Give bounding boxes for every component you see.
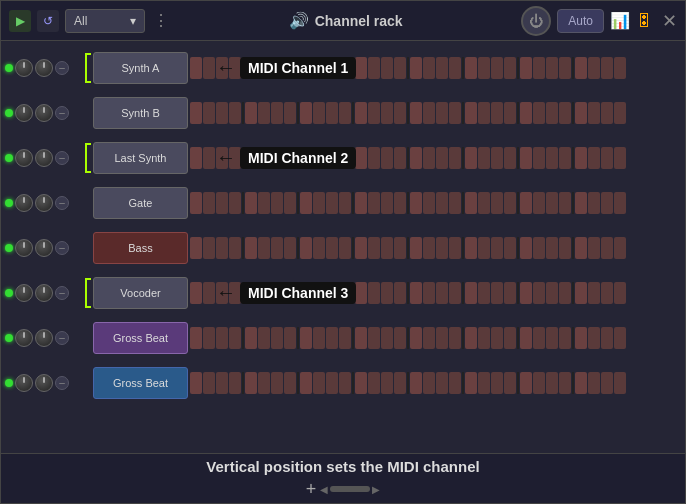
step-cell[interactable] xyxy=(258,282,270,304)
step-cell[interactable] xyxy=(355,102,367,124)
step-cell[interactable] xyxy=(410,147,422,169)
step-cell[interactable] xyxy=(449,282,461,304)
step-cell[interactable] xyxy=(313,102,325,124)
mute-btn-gross-beat-2[interactable]: – xyxy=(55,376,69,390)
mute-btn-bass[interactable]: – xyxy=(55,241,69,255)
add-channel-button[interactable]: + xyxy=(306,479,317,500)
step-cell[interactable] xyxy=(559,327,571,349)
step-cell[interactable] xyxy=(381,192,393,214)
step-cell[interactable] xyxy=(559,372,571,394)
step-cell[interactable] xyxy=(614,327,626,349)
step-cell[interactable] xyxy=(381,282,393,304)
led-last-synth[interactable] xyxy=(5,154,13,162)
bars-icon[interactable]: 📊 xyxy=(610,11,630,30)
step-cell[interactable] xyxy=(190,237,202,259)
step-cell[interactable] xyxy=(326,372,338,394)
step-cell[interactable] xyxy=(491,192,503,214)
led-gross-beat-2[interactable] xyxy=(5,379,13,387)
step-cell[interactable] xyxy=(203,147,215,169)
step-cell[interactable] xyxy=(326,147,338,169)
step-cell[interactable] xyxy=(271,192,283,214)
step-cell[interactable] xyxy=(394,327,406,349)
channel-name-gross-beat-1[interactable]: Gross Beat xyxy=(93,322,188,354)
step-cell[interactable] xyxy=(216,237,228,259)
step-cell[interactable] xyxy=(449,372,461,394)
step-cell[interactable] xyxy=(339,57,351,79)
step-cell[interactable] xyxy=(245,372,257,394)
step-cell[interactable] xyxy=(533,327,545,349)
step-cell[interactable] xyxy=(478,237,490,259)
step-cell[interactable] xyxy=(436,372,448,394)
step-cell[interactable] xyxy=(478,282,490,304)
step-cell[interactable] xyxy=(533,237,545,259)
mute-btn-vocoder[interactable]: – xyxy=(55,286,69,300)
step-cell[interactable] xyxy=(601,57,613,79)
step-cell[interactable] xyxy=(271,237,283,259)
step-cell[interactable] xyxy=(394,282,406,304)
step-cell[interactable] xyxy=(300,102,312,124)
mute-btn-synth-b[interactable]: – xyxy=(55,106,69,120)
step-cell[interactable] xyxy=(300,192,312,214)
channel-name-gate[interactable]: Gate xyxy=(93,187,188,219)
step-cell[interactable] xyxy=(245,147,257,169)
volume-knob-synth-a[interactable] xyxy=(15,59,33,77)
step-cell[interactable] xyxy=(478,192,490,214)
step-cell[interactable] xyxy=(339,192,351,214)
led-gross-beat-1[interactable] xyxy=(5,334,13,342)
led-vocoder[interactable] xyxy=(5,289,13,297)
step-cell[interactable] xyxy=(520,282,532,304)
step-cell[interactable] xyxy=(271,147,283,169)
step-cell[interactable] xyxy=(491,372,503,394)
step-cell[interactable] xyxy=(575,237,587,259)
step-cell[interactable] xyxy=(355,282,367,304)
channel-name-synth-b[interactable]: Synth B xyxy=(93,97,188,129)
step-cell[interactable] xyxy=(588,192,600,214)
step-cell[interactable] xyxy=(575,192,587,214)
volume-knob-synth-b[interactable] xyxy=(15,104,33,122)
step-cell[interactable] xyxy=(190,282,202,304)
step-cell[interactable] xyxy=(423,372,435,394)
step-cell[interactable] xyxy=(326,327,338,349)
step-cell[interactable] xyxy=(284,57,296,79)
step-cell[interactable] xyxy=(436,102,448,124)
step-cell[interactable] xyxy=(284,102,296,124)
step-cell[interactable] xyxy=(216,327,228,349)
step-cell[interactable] xyxy=(533,102,545,124)
step-cell[interactable] xyxy=(368,102,380,124)
step-cell[interactable] xyxy=(216,102,228,124)
step-cell[interactable] xyxy=(436,237,448,259)
step-cell[interactable] xyxy=(216,147,228,169)
step-cell[interactable] xyxy=(546,237,558,259)
step-cell[interactable] xyxy=(410,237,422,259)
step-cell[interactable] xyxy=(423,57,435,79)
step-cell[interactable] xyxy=(229,282,241,304)
step-cell[interactable] xyxy=(614,57,626,79)
pan-knob-synth-a[interactable] xyxy=(35,59,53,77)
step-cell[interactable] xyxy=(355,372,367,394)
step-cell[interactable] xyxy=(410,192,422,214)
step-cell[interactable] xyxy=(533,57,545,79)
step-cell[interactable] xyxy=(313,327,325,349)
step-cell[interactable] xyxy=(533,282,545,304)
step-cell[interactable] xyxy=(368,327,380,349)
step-cell[interactable] xyxy=(614,102,626,124)
step-cell[interactable] xyxy=(394,57,406,79)
step-cell[interactable] xyxy=(245,102,257,124)
step-cell[interactable] xyxy=(203,237,215,259)
power-button[interactable]: ⏻ xyxy=(521,6,551,36)
step-cell[interactable] xyxy=(436,147,448,169)
step-cell[interactable] xyxy=(533,372,545,394)
step-cell[interactable] xyxy=(245,282,257,304)
step-cell[interactable] xyxy=(614,192,626,214)
step-cell[interactable] xyxy=(355,237,367,259)
step-cell[interactable] xyxy=(546,327,558,349)
step-cell[interactable] xyxy=(258,372,270,394)
step-cell[interactable] xyxy=(368,282,380,304)
step-cell[interactable] xyxy=(559,282,571,304)
step-cell[interactable] xyxy=(478,147,490,169)
step-cell[interactable] xyxy=(520,237,532,259)
step-cell[interactable] xyxy=(190,57,202,79)
step-cell[interactable] xyxy=(216,192,228,214)
channel-name-gross-beat-2[interactable]: Gross Beat xyxy=(93,367,188,399)
step-cell[interactable] xyxy=(491,282,503,304)
